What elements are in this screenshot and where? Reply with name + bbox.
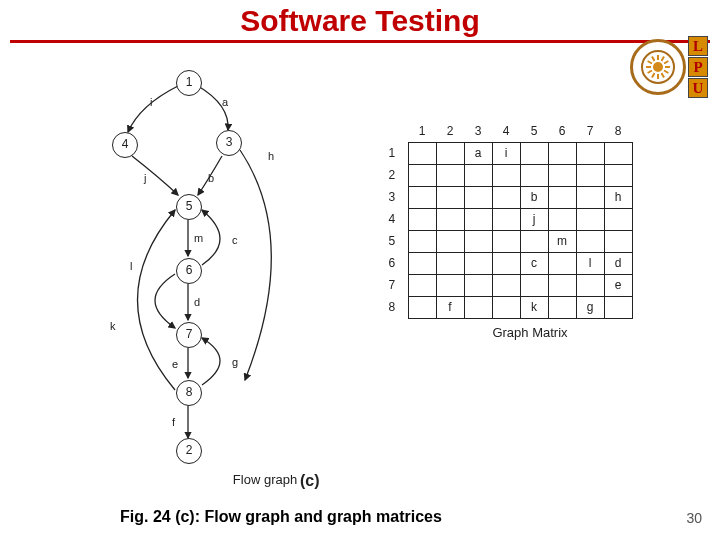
page-number: 30 (686, 510, 702, 526)
subfigure-label: (c) (300, 472, 320, 490)
matrix-cell (408, 230, 436, 252)
matrix-cell (576, 274, 604, 296)
graph-node: 6 (176, 258, 202, 284)
matrix-cell (548, 164, 576, 186)
matrix-cell (520, 164, 548, 186)
matrix-cell (408, 164, 436, 186)
matrix-row-header: 8 (380, 296, 408, 318)
graph-node: 5 (176, 194, 202, 220)
matrix-cell (576, 164, 604, 186)
page-title: Software Testing (0, 0, 720, 40)
matrix-cell: a (464, 142, 492, 164)
matrix-cell: l (576, 252, 604, 274)
flow-graph-edges (80, 60, 330, 480)
matrix-row-header: 5 (380, 230, 408, 252)
matrix-cell (464, 296, 492, 318)
matrix-cell (436, 208, 464, 230)
matrix-col-header: 6 (548, 120, 576, 142)
flow-graph: 1 3 4 5 6 7 8 2 a i b h j m c d l e g k … (80, 60, 330, 480)
matrix-cell (492, 252, 520, 274)
matrix-cell (548, 274, 576, 296)
graph-node: 2 (176, 438, 202, 464)
matrix-cell: k (520, 296, 548, 318)
matrix-row-header: 1 (380, 142, 408, 164)
matrix-col-header: 5 (520, 120, 548, 142)
matrix-col-header: 8 (604, 120, 632, 142)
matrix-cell (576, 142, 604, 164)
matrix-cell (436, 230, 464, 252)
matrix-cell: f (436, 296, 464, 318)
matrix-cell (548, 186, 576, 208)
matrix-cell (548, 296, 576, 318)
slide: Software Testing L P U (0, 0, 720, 540)
matrix-cell (492, 296, 520, 318)
matrix-row-header: 2 (380, 164, 408, 186)
matrix-cell (464, 164, 492, 186)
matrix-col-header: 1 (408, 120, 436, 142)
matrix-cell (604, 230, 632, 252)
matrix-cell (464, 252, 492, 274)
matrix-cell (408, 296, 436, 318)
matrix-cell (436, 142, 464, 164)
matrix-cell (604, 164, 632, 186)
matrix-cell: h (604, 186, 632, 208)
edge-label: j (144, 172, 146, 184)
matrix-table: 1 2 3 4 5 6 7 8 1ai23bh4j5m6cld7e8fkg (380, 120, 633, 319)
matrix-cell (604, 208, 632, 230)
edge-label: h (268, 150, 274, 162)
matrix-row-header: 7 (380, 274, 408, 296)
matrix-cell (408, 142, 436, 164)
matrix-row-header: 6 (380, 252, 408, 274)
matrix-cell (464, 208, 492, 230)
matrix-cell (548, 252, 576, 274)
matrix-cell: d (604, 252, 632, 274)
matrix-cell (548, 142, 576, 164)
matrix-cell (520, 274, 548, 296)
graph-node: 3 (216, 130, 242, 156)
matrix-col-header: 3 (464, 120, 492, 142)
matrix-cell (548, 208, 576, 230)
edge-label: d (194, 296, 200, 308)
matrix-col-header: 4 (492, 120, 520, 142)
matrix-cell (492, 274, 520, 296)
matrix-cell (604, 296, 632, 318)
edge-label: m (194, 232, 203, 244)
matrix-caption: Graph Matrix (380, 325, 680, 340)
matrix-cell (520, 230, 548, 252)
matrix-cell (436, 164, 464, 186)
graph-matrix: 1 2 3 4 5 6 7 8 1ai23bh4j5m6cld7e8fkg Gr… (380, 120, 680, 340)
edge-label: i (150, 96, 152, 108)
matrix-col-header: 2 (436, 120, 464, 142)
matrix-cell (464, 274, 492, 296)
graph-node: 8 (176, 380, 202, 406)
matrix-cell (464, 230, 492, 252)
matrix-cell (492, 164, 520, 186)
matrix-cell (436, 252, 464, 274)
graph-node: 7 (176, 322, 202, 348)
lpu-letter: L (688, 36, 708, 56)
edge-label: c (232, 234, 238, 246)
matrix-cell (576, 230, 604, 252)
matrix-col-header: 7 (576, 120, 604, 142)
matrix-row-header: 3 (380, 186, 408, 208)
edge-label: e (172, 358, 178, 370)
matrix-cell (576, 186, 604, 208)
matrix-cell (408, 274, 436, 296)
matrix-row-header: 4 (380, 208, 408, 230)
edge-label: b (208, 172, 214, 184)
matrix-cell (492, 230, 520, 252)
matrix-cell: m (548, 230, 576, 252)
matrix-cell (436, 186, 464, 208)
matrix-cell: b (520, 186, 548, 208)
graph-node: 4 (112, 132, 138, 158)
matrix-cell (492, 186, 520, 208)
matrix-cell: g (576, 296, 604, 318)
edge-label: g (232, 356, 238, 368)
matrix-cell (408, 186, 436, 208)
matrix-cell (408, 252, 436, 274)
matrix-cell: i (492, 142, 520, 164)
graph-node: 1 (176, 70, 202, 96)
matrix-cell (492, 208, 520, 230)
title-rule (10, 40, 710, 43)
matrix-cell: j (520, 208, 548, 230)
